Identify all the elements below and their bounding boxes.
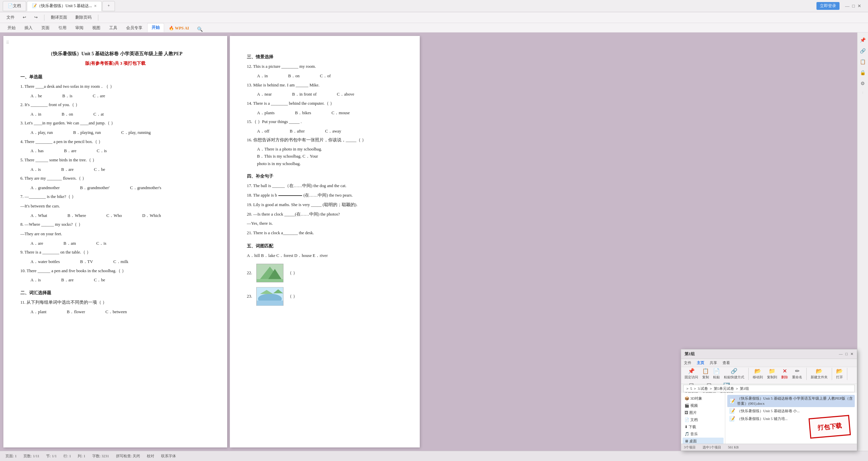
- fe-nav-docs[interactable]: 📄 文档: [683, 416, 724, 423]
- fe-nav-video[interactable]: 🎬 视频: [683, 402, 724, 409]
- window-controls: — □ ✕: [845, 3, 861, 9]
- tab-document[interactable]: 📄 文档: [3, 1, 26, 11]
- fe-sep3: [832, 368, 832, 380]
- q10: 10. There ______ a pen and five books in…: [20, 267, 210, 275]
- q1: 1. There ____a desk and two sofas in my …: [20, 83, 210, 91]
- fe-address-text: ＞ 5 ＞ 3.试卷 ＞ 第5单元试卷 ＞ 第1组: [686, 386, 749, 391]
- fe-nav-downloads[interactable]: ⬇ 下载: [683, 423, 724, 430]
- q14: 14. There is a ________ behind the compu…: [247, 100, 403, 108]
- newfolder-icon: 📂: [816, 368, 823, 374]
- copy-icon: 📋: [702, 368, 709, 374]
- sidebar-icon-4[interactable]: 🔒: [859, 68, 867, 77]
- ribbon-tab-wpsai[interactable]: 🔥 WPS AI: [165, 24, 193, 32]
- fe-title: 第1组: [685, 351, 695, 357]
- fe-close[interactable]: ✕: [850, 352, 853, 356]
- ribbon-tab-review[interactable]: 审阅: [71, 24, 87, 32]
- fe-nav-music[interactable]: 🎵 音乐: [683, 430, 724, 438]
- fe-btn-copy[interactable]: 📋 复制: [701, 367, 710, 380]
- ribbon-tab-vip[interactable]: 会员专享: [122, 24, 146, 32]
- fe-btn-copyto[interactable]: 📁 复制到: [766, 367, 778, 380]
- fe-file-icon-1: 📝: [729, 398, 735, 404]
- q5: 5. There ______ some birds in the tree.（…: [20, 156, 210, 164]
- toolbar-deletepage[interactable]: 删除页码: [72, 14, 95, 21]
- ribbon-tabs: 开始 插入 页面 引用 审阅 视图 工具 会员专享 开始 🔥 WPS AI 🔍: [0, 23, 868, 33]
- section5-title: 五、词图匹配: [247, 242, 403, 250]
- fe-address-bar[interactable]: ＞ 5 ＞ 3.试卷 ＞ 第5单元试卷 ＞ 第1组: [683, 385, 855, 392]
- tab-new[interactable]: +: [102, 1, 115, 11]
- fe-file-2[interactable]: 📝 （快乐暑假练）Unit 5 基础达标卷 小...: [727, 407, 855, 415]
- q15: 15.（ ）Put your things _____ .: [247, 118, 403, 126]
- fe-tab-view[interactable]: 查看: [723, 360, 730, 365]
- fe-btn-open[interactable]: 📂 打开: [835, 367, 844, 380]
- search-icon[interactable]: 🔍: [197, 26, 203, 32]
- fe-status-bar: 3个项目 选中1个项目 561 KB: [681, 444, 857, 450]
- q10-options: A．isB．areC．be: [31, 276, 210, 284]
- toolbar-undo[interactable]: ↩: [20, 14, 29, 21]
- ribbon-tab-active[interactable]: 开始: [147, 23, 164, 32]
- fe-sep: [748, 368, 749, 380]
- close-icon[interactable]: ✕: [857, 3, 861, 9]
- ribbon-tab-tools[interactable]: 工具: [105, 24, 121, 32]
- sidebar-icon-5[interactable]: ⚙: [859, 79, 867, 87]
- fe-btn-pasteshortcut[interactable]: 🔗 粘贴快捷方式: [723, 367, 746, 380]
- tab-doc-icon: 📄: [8, 3, 13, 8]
- q7-sub: —It's between the cars.: [20, 202, 210, 211]
- maximize-icon[interactable]: □: [852, 3, 855, 9]
- fe-maximize[interactable]: □: [845, 352, 848, 356]
- fe-file-1[interactable]: 📝 （快乐暑假练）Unit 5 基础达标卷 小学英语五年级上册 人教PEP版（含…: [727, 395, 855, 407]
- toolbar-file[interactable]: 文件: [3, 14, 18, 21]
- open-icon: 📂: [836, 368, 843, 374]
- q11-options: A．plantB．flowerC．between: [31, 308, 210, 316]
- fe-btn-rename[interactable]: ✏ 重命名: [791, 367, 804, 380]
- toolbar-translate[interactable]: 翻译页面: [48, 14, 70, 21]
- status-font[interactable]: 联系字体: [161, 454, 176, 459]
- file-explorer: 第1组 — □ ✕ 文件 主页 共享 查看 📌 固定访问 📋 复制 📄 粘贴 🔗…: [681, 349, 857, 451]
- fe-file-icon-2: 📝: [729, 408, 735, 414]
- fe-btn-newfolder[interactable]: 📂 新建文件夹: [809, 367, 829, 380]
- sidebar-icon-1[interactable]: 📌: [859, 36, 867, 44]
- ribbon-tab-view[interactable]: 视图: [88, 24, 104, 32]
- register-button[interactable]: 立即登录: [816, 2, 840, 10]
- minimize-icon[interactable]: —: [845, 3, 849, 9]
- toolbar-redo[interactable]: ↪: [31, 14, 41, 21]
- fe-filename-2: （快乐暑假练）Unit 5 基础达标卷 小...: [737, 408, 800, 414]
- status-wordcount: 字数: 3231: [92, 454, 109, 459]
- fe-tab-home[interactable]: 主页: [697, 360, 704, 365]
- section4-title: 四、补全句子: [247, 172, 403, 180]
- right-sidebar: 📌 🔗 📋 🔒 ⚙ ···: [857, 33, 868, 451]
- fe-btn-pin[interactable]: 📌 固定访问: [683, 367, 699, 380]
- fe-nav-3dobjects[interactable]: 📦 3D对象: [683, 395, 724, 402]
- fe-tab-share[interactable]: 共享: [710, 360, 717, 365]
- q14-options: A．plantsB．bikesC．mouse: [257, 109, 403, 117]
- fe-sep4: [847, 368, 847, 380]
- fe-btn-paste[interactable]: 📄 粘贴: [712, 367, 721, 380]
- tab-active[interactable]: 📝 （快乐暑假练）Unit 5 基础达... ✕: [27, 1, 102, 11]
- q23-row: 23. （ ）: [247, 286, 403, 307]
- fe-minimize[interactable]: —: [839, 352, 843, 356]
- sidebar-icon-2[interactable]: 🔗: [859, 47, 867, 55]
- fe-btn-delete[interactable]: ✕ 删除: [780, 367, 789, 380]
- fe-filename-1: （快乐暑假练）Unit 5 基础达标卷 小学英语五年级上册 人教PEP版（含答案…: [737, 396, 853, 406]
- fe-btn-moveto[interactable]: 📂 移动到: [751, 367, 764, 380]
- q19: 19. Lily is good at maths. She is very _…: [247, 201, 403, 209]
- fe-toolbar: 📌 固定访问 📋 复制 📄 粘贴 🔗 粘贴快捷方式 📂 移动到 📁 复制到 ✕ …: [681, 367, 857, 384]
- ribbon-tab-ref[interactable]: 引用: [54, 24, 71, 32]
- ribbon-tab-page[interactable]: 页面: [37, 24, 54, 32]
- ribbon-tab-insert[interactable]: 插入: [20, 24, 37, 32]
- status-correction[interactable]: 校对: [147, 454, 154, 459]
- shortcut-icon: 🔗: [731, 368, 737, 374]
- q12-options: A．inB．onC．of: [257, 72, 403, 80]
- title-bar-right: 立即登录 — □ ✕: [816, 0, 861, 12]
- sidebar-icon-3[interactable]: 📋: [859, 58, 867, 66]
- fe-tab-file[interactable]: 文件: [684, 360, 691, 365]
- copyto-icon: 📁: [769, 368, 775, 374]
- tab-active-label: （快乐暑假练）Unit 5 基础达...: [37, 3, 92, 9]
- q4-options: A．hasB．areC．is: [31, 147, 210, 155]
- q13: 13. Mike is behind me. I am ______ Mike.: [247, 81, 403, 89]
- q7-options: A．WhatB．WhereC．WhoD．Which: [31, 212, 210, 220]
- q16-options: A．There is a photo in my schoolbag. B．Th…: [257, 146, 403, 167]
- fe-nav-desktop[interactable]: 🖥 桌面: [683, 438, 724, 444]
- fe-nav-pictures[interactable]: 🖼 图片: [683, 409, 724, 416]
- tab-close-icon[interactable]: ✕: [94, 4, 97, 8]
- ribbon-tab-start[interactable]: 开始: [3, 24, 20, 32]
